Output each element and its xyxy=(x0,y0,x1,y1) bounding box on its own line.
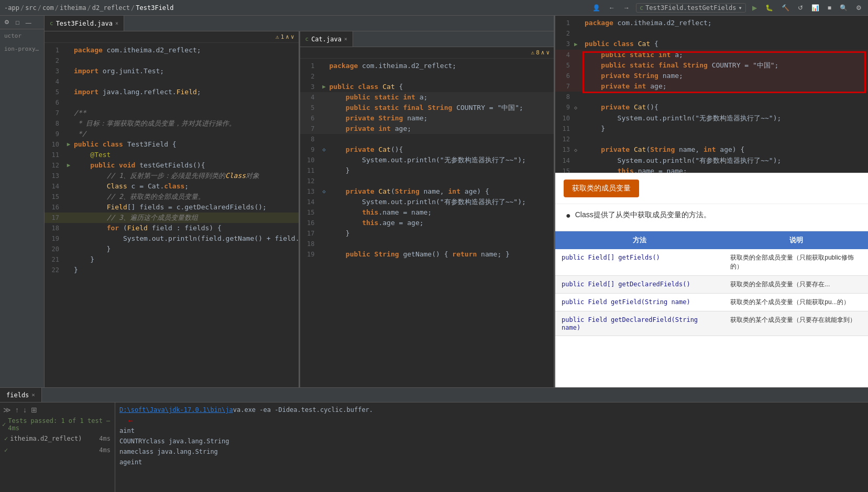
run-button[interactable]: ▶ xyxy=(750,3,759,13)
table-header-desc: 说明 xyxy=(724,231,868,249)
get-fields-button[interactable]: 获取类的成员变量 xyxy=(564,180,639,197)
test-down-btn[interactable]: ↓ xyxy=(22,405,28,415)
cat-file-icon: c xyxy=(305,36,309,42)
code-line-left-14: 14 Class c = Cat.class; xyxy=(45,181,299,192)
code-line-left-12: 12▶ public void testGetFields(){ xyxy=(45,160,299,171)
test-item-icon: ✓ xyxy=(4,435,8,442)
table-cell-desc: 获取类的某个成员变量（只要存在就能拿到） xyxy=(724,311,868,336)
back-button[interactable]: ← xyxy=(607,3,617,13)
run-gutter-icon[interactable]: ▶ xyxy=(67,160,71,171)
code-line-left-21: 21 } xyxy=(45,254,299,265)
tab-bar-right: c Cat.java × xyxy=(300,31,554,47)
editor-pane-right: c Cat.java × ⚠ 8 ∧ ∨ 1pa xyxy=(300,31,554,387)
output-line-0: D:\soft\Java\jdk-17.0.1\bin\java.exe -ea… xyxy=(119,405,864,415)
test-output: D:\soft\Java\jdk-17.0.1\bin\java.exe -ea… xyxy=(115,402,868,492)
table-cell-method: public Field getDeclaredField(String nam… xyxy=(555,311,724,336)
output-line-3: nameclass java.lang.String xyxy=(119,446,864,457)
code-line-right-14: 14 System.out.println("有参数构造器执行了~~"); xyxy=(300,197,554,207)
debug-button[interactable]: 🐛 xyxy=(763,3,775,13)
rerun-button[interactable]: ↺ xyxy=(796,3,805,13)
code-line-right-17: 17 } xyxy=(300,228,554,239)
table-cell-method: public Field[] getFields() xyxy=(555,249,724,276)
code-line-left-19: 19 System.out.println(field.getName() + … xyxy=(45,233,299,244)
editor-tab-bar: c Test3Field.java × xyxy=(45,16,554,31)
bullet-text: Class提供了从类中获取成员变量的方法。 xyxy=(575,210,711,220)
bottom-tab-fields-label: fields xyxy=(6,392,29,399)
code-line-right-5: 5 public static final String COUNTRY = "… xyxy=(300,103,554,113)
sidebar-settings-btn[interactable]: ⚙ xyxy=(2,18,12,27)
tab-catjava-close[interactable]: × xyxy=(344,36,347,42)
forward-button[interactable]: → xyxy=(621,3,632,13)
code-line-right-13: 13◇ private Cat(String name, int age) { xyxy=(300,186,554,197)
tab-test3field-close[interactable]: × xyxy=(115,20,118,26)
test-check-icon: ✓ xyxy=(2,421,6,428)
breadcrumb-d2reflect: d2_reflect xyxy=(92,4,130,12)
debug-gutter-icon[interactable]: ◇ xyxy=(322,144,325,155)
output-link[interactable]: D:\soft\Java\jdk-17.0.1\bin\ja xyxy=(119,406,233,413)
code-line-right-2: 2 xyxy=(300,71,554,82)
java-file-icon: c xyxy=(50,20,53,27)
code-line-right-11: 11 } xyxy=(300,165,554,176)
code-line-right-4: 4 public static int a; xyxy=(300,92,554,103)
bullet-section: ● Class提供了从类中获取成员变量的方法。 xyxy=(555,204,868,231)
coverage-button[interactable]: 📊 xyxy=(809,3,821,13)
bottom-tab-fields-close[interactable]: × xyxy=(31,392,35,398)
nav-down-right-icon[interactable]: ∨ xyxy=(546,49,550,56)
method-table: 方法 说明 public Field[] getFields()获取类的全部成员… xyxy=(555,231,868,336)
test-item[interactable]: ✓ itheima.d2_reflect) 4ms xyxy=(2,434,113,443)
code-line-left-22: 22} xyxy=(45,265,299,275)
code-line-left-4: 4 xyxy=(45,76,299,87)
tab-test3field-label: Test3Field.java xyxy=(56,20,113,27)
test-item-duration: 4ms xyxy=(99,435,111,442)
run-config-icon: c xyxy=(640,4,643,12)
tab-catjava[interactable]: c Cat.java × xyxy=(300,31,353,47)
bottom-tab-fields[interactable]: fields × xyxy=(0,388,42,402)
test-rerun-btn[interactable]: ≫ xyxy=(2,405,12,415)
bottom-panel: fields × ≫ ↑ ↓ ⊞ ✓ Tests passed: 1 of 1 … xyxy=(0,387,868,492)
test-item-label: itheima.d2_reflect) xyxy=(10,435,82,442)
debug-gutter-icon[interactable]: ◇ xyxy=(322,186,325,197)
run-config[interactable]: c Test3Field.testGetFields ▾ xyxy=(636,3,746,13)
bullet-dot: ● xyxy=(566,210,571,220)
output-line-2: COUNTRYclass java.lang.String xyxy=(119,436,864,446)
bottom-content: ≫ ↑ ↓ ⊞ ✓ Tests passed: 1 of 1 test — 4m… xyxy=(0,402,868,492)
test-up-btn[interactable]: ↑ xyxy=(14,405,20,415)
editors-split: ⚠ 1 ∧ ∨ 1package com.itheima.d2_reflect;… xyxy=(45,31,554,387)
code-area-left[interactable]: 1package com.itheima.d2_reflect;23import… xyxy=(45,43,299,387)
code-line-right-16: 16 this.age = age; xyxy=(300,218,554,228)
code-line-right-6: 6 private String name; xyxy=(300,113,554,124)
sidebar-item-constructor[interactable]: uctor xyxy=(0,29,44,42)
build-button[interactable]: 🔨 xyxy=(779,3,792,13)
profile-button[interactable]: 👤 xyxy=(590,3,602,13)
output-line-4: ageint xyxy=(119,457,864,467)
method-table-area: 方法 说明 public Field[] getFields()获取类的全部成员… xyxy=(555,231,868,346)
nav-down-icon[interactable]: ∨ xyxy=(291,33,294,40)
nav-up-right-icon[interactable]: ∧ xyxy=(541,49,545,56)
table-row: public Field getDeclaredField(String nam… xyxy=(555,311,868,336)
code-line-left-16: 16 Field[] fields = c.getDeclaredFields(… xyxy=(45,202,299,213)
sidebar-item-ionproxyapp[interactable]: ion-proxy-ap xyxy=(0,42,44,55)
run-gutter-icon[interactable]: ▶ xyxy=(67,139,71,150)
sidebar-expand-btn[interactable]: □ xyxy=(14,18,21,27)
test-filter-btn[interactable]: ⊞ xyxy=(30,405,38,415)
code-line-left-13: 13 // 1、反射第一步：必须是先得到类的Class对象 xyxy=(45,171,299,181)
code-line-left-2: 2 xyxy=(45,55,299,66)
run-gutter-right-icon[interactable]: ▶ xyxy=(322,82,326,92)
code-area-right[interactable]: 1package com.itheima.d2_reflect;23▶publi… xyxy=(300,59,554,387)
table-row: public Field[] getDeclaredFields()获取类的全部… xyxy=(555,276,868,294)
table-cell-desc: 获取类的某个成员变量（只能获取pu...的） xyxy=(724,294,868,311)
tab-test3field[interactable]: c Test3Field.java × xyxy=(45,16,124,31)
sidebar-minimize-btn[interactable]: — xyxy=(24,18,34,27)
chevron-down-icon: ▾ xyxy=(739,4,742,12)
table-row: public Field getField(String name)获取类的某个… xyxy=(555,294,868,311)
nav-up-icon[interactable]: ∧ xyxy=(285,33,289,40)
code-line-right-12: 12 xyxy=(300,176,554,186)
test-item-2[interactable]: ✓ 4ms xyxy=(2,445,113,455)
search-button[interactable]: 🔍 xyxy=(838,3,850,13)
sidebar: ⚙ □ — uctor ion-proxy-ap xyxy=(0,16,45,387)
settings-button[interactable]: ⚙ xyxy=(854,3,864,13)
stop-button[interactable]: ■ xyxy=(826,3,833,13)
table-header-method: 方法 xyxy=(555,231,724,249)
breadcrumb-app: -app xyxy=(4,4,19,12)
code-line-left-1: 1package com.itheima.d2_reflect; xyxy=(45,45,299,55)
